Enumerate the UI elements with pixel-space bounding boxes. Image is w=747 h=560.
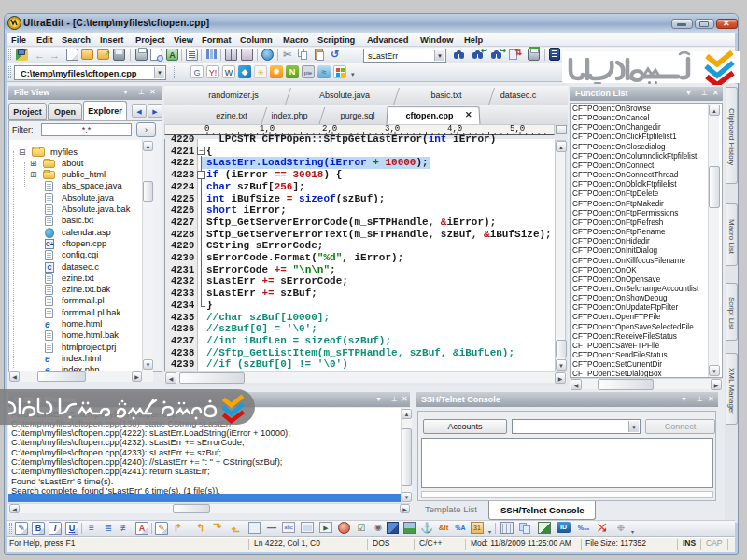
svg-text:4,0: 4,0 [447,124,462,133]
svg-text:3,0: 3,0 [385,124,400,133]
svg-text:1,0: 1,0 [260,124,275,133]
svg-text:0: 0 [204,124,209,133]
svg-text:5,0: 5,0 [510,124,525,133]
svg-text:2,0: 2,0 [322,124,337,133]
